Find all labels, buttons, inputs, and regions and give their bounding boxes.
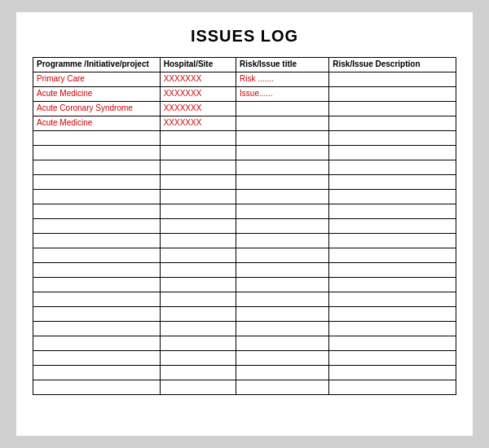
header-risk-description: Risk/Issue Description xyxy=(329,58,456,72)
empty-cell xyxy=(160,351,236,366)
empty-cell xyxy=(329,175,456,190)
table-row: Acute MedicineXXXXXXXIssue...... xyxy=(33,87,456,102)
empty-cell xyxy=(236,146,329,160)
empty-cell xyxy=(236,366,329,380)
empty-cell xyxy=(160,336,236,351)
empty-cell xyxy=(329,204,456,219)
empty-cell xyxy=(33,131,161,146)
empty-cell xyxy=(236,263,329,278)
table-row xyxy=(33,278,456,292)
table-row xyxy=(33,336,456,351)
empty-cell xyxy=(160,292,236,307)
cell-description xyxy=(329,87,456,102)
empty-cell xyxy=(33,219,161,234)
cell-description xyxy=(329,72,456,87)
cell-risk_title: Issue...... xyxy=(236,87,329,102)
table-row xyxy=(33,219,456,234)
empty-cell xyxy=(160,190,236,204)
empty-cell xyxy=(329,278,456,292)
empty-cell xyxy=(33,190,161,204)
empty-cell xyxy=(160,219,236,234)
table-row: Acute Coronary SyndromeXXXXXXX xyxy=(33,102,456,116)
table-row xyxy=(33,351,456,366)
empty-cell xyxy=(33,292,161,307)
empty-cell xyxy=(33,263,161,278)
empty-cell xyxy=(236,248,329,263)
empty-cell xyxy=(329,219,456,234)
empty-cell xyxy=(329,146,456,160)
empty-cell xyxy=(236,322,329,336)
cell-programme: Acute Medicine xyxy=(33,116,161,131)
cell-programme: Acute Coronary Syndrome xyxy=(33,102,161,116)
empty-cell xyxy=(33,146,161,160)
empty-cell xyxy=(160,175,236,190)
empty-cell xyxy=(33,204,161,219)
empty-cell xyxy=(329,292,456,307)
table-row: Primary CareXXXXXXXRisk ....... xyxy=(33,72,456,87)
table-row xyxy=(33,366,456,380)
empty-cell xyxy=(33,307,161,322)
empty-cell xyxy=(33,175,161,190)
empty-cell xyxy=(236,234,329,248)
empty-cell xyxy=(329,322,456,336)
empty-cell xyxy=(329,336,456,351)
empty-cell xyxy=(33,336,161,351)
table-row xyxy=(33,292,456,307)
empty-cell xyxy=(236,160,329,175)
empty-cell xyxy=(329,131,456,146)
empty-cell xyxy=(236,351,329,366)
table-row xyxy=(33,380,456,395)
cell-description xyxy=(329,116,456,131)
cell-risk_title: Risk ....... xyxy=(236,72,329,87)
header-programme: Programme /Initiative/project xyxy=(33,58,161,72)
empty-cell xyxy=(329,380,456,395)
empty-cell xyxy=(160,248,236,263)
header-hospital: Hospital/Site xyxy=(160,58,236,72)
issues-log-page: ISSUES LOG Programme /Initiative/project… xyxy=(16,12,473,436)
empty-cell xyxy=(160,307,236,322)
table-row xyxy=(33,190,456,204)
table-row xyxy=(33,131,456,146)
empty-cell xyxy=(236,204,329,219)
empty-cell xyxy=(33,248,161,263)
empty-cell xyxy=(33,278,161,292)
empty-cell xyxy=(236,336,329,351)
cell-hospital: XXXXXXX xyxy=(160,116,236,131)
empty-cell xyxy=(160,204,236,219)
empty-cell xyxy=(33,234,161,248)
header-risk-title: Risk/Issue title xyxy=(236,58,329,72)
empty-cell xyxy=(160,146,236,160)
empty-cell xyxy=(236,307,329,322)
empty-cell xyxy=(236,278,329,292)
table-row xyxy=(33,322,456,336)
empty-cell xyxy=(329,263,456,278)
table-row xyxy=(33,146,456,160)
empty-cell xyxy=(236,219,329,234)
cell-programme: Acute Medicine xyxy=(33,87,161,102)
cell-hospital: XXXXXXX xyxy=(160,87,236,102)
cell-programme: Primary Care xyxy=(33,72,161,87)
cell-risk_title xyxy=(236,116,329,131)
empty-cell xyxy=(329,366,456,380)
empty-cell xyxy=(160,263,236,278)
empty-cell xyxy=(160,234,236,248)
empty-cell xyxy=(329,234,456,248)
empty-cell xyxy=(329,248,456,263)
empty-cell xyxy=(236,131,329,146)
table-row xyxy=(33,204,456,219)
cell-hospital: XXXXXXX xyxy=(160,72,236,87)
table-row xyxy=(33,263,456,278)
table-row: Acute MedicineXXXXXXX xyxy=(33,116,456,131)
empty-cell xyxy=(329,190,456,204)
empty-cell xyxy=(33,380,161,395)
empty-cell xyxy=(33,160,161,175)
empty-cell xyxy=(329,351,456,366)
empty-cell xyxy=(160,322,236,336)
empty-cell xyxy=(33,351,161,366)
empty-cell xyxy=(160,366,236,380)
table-row xyxy=(33,175,456,190)
empty-cell xyxy=(160,160,236,175)
table-row xyxy=(33,248,456,263)
empty-cell xyxy=(160,278,236,292)
empty-cell xyxy=(33,322,161,336)
